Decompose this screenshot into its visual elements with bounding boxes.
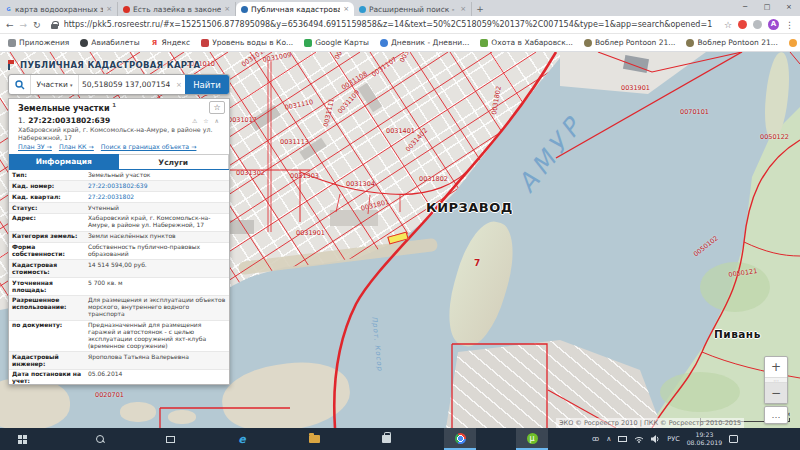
- bookmark-favicon: [8, 39, 16, 47]
- bookmark-label: Google Карты: [315, 38, 369, 47]
- info-label: Кадастровая стоимость:: [9, 260, 85, 278]
- info-label: Кадастровый инженер:: [9, 352, 85, 370]
- action-center-icon[interactable]: [729, 435, 738, 443]
- tab-services[interactable]: Услуги: [119, 154, 230, 169]
- clear-search-icon[interactable]: ×: [173, 75, 185, 94]
- store-button[interactable]: [370, 428, 402, 450]
- extension-icon-gray[interactable]: [753, 20, 762, 29]
- favorites-button[interactable]: ☆: [209, 101, 225, 114]
- display-icon[interactable]: [618, 436, 627, 442]
- browser-tab[interactable]: G карта водоохранных зон хабар ×: [0, 2, 118, 16]
- parcel-links: План ЗУ →План КК →Поиск в границах объек…: [18, 143, 221, 150]
- info-value: Для размещения и эксплуатации объектов м…: [85, 295, 229, 320]
- tab-favicon: [359, 6, 366, 13]
- parcel-number[interactable]: 27:22:0031802:639: [28, 116, 110, 125]
- bookmark-item[interactable]: Дневник - Дневни...: [380, 38, 469, 47]
- tab-favicon: G: [5, 6, 12, 13]
- browser-tab-strip: G карта водоохранных зон хабар × Есть ла…: [0, 0, 800, 16]
- start-button[interactable]: [6, 428, 38, 450]
- item-index: 1.: [18, 116, 25, 125]
- tab-title: Расширенный поиск - «Вода Рос: [369, 5, 457, 14]
- wifi-icon[interactable]: [634, 435, 644, 443]
- bookmark-favicon: [380, 39, 388, 47]
- people-icon[interactable]: ꝏ: [592, 435, 599, 443]
- tab-close-icon[interactable]: ×: [343, 5, 349, 13]
- info-row: Кад. номер: 27:22:0031802:639: [9, 181, 229, 192]
- chrome-button[interactable]: [444, 428, 476, 450]
- window-controls: ─ □ ×: [734, 0, 800, 14]
- new-tab-button[interactable]: +: [472, 2, 488, 16]
- bookmark-item[interactable]: Приложения: [8, 38, 69, 47]
- browser-tab[interactable]: Есть лазейка в законе о рыбал ×: [118, 2, 236, 16]
- window-maximize-button[interactable]: □: [756, 0, 778, 14]
- tray-chevron-icon[interactable]: ∧: [606, 435, 611, 443]
- https-lock-icon: [51, 21, 58, 29]
- item-action-icons[interactable]: ⚠ ☆ ∧: [192, 117, 221, 124]
- tab-information[interactable]: Информация: [9, 154, 119, 169]
- info-value: 27:22:0031802: [85, 192, 229, 203]
- bookmark-item[interactable]: Авиабилеты: [80, 38, 139, 47]
- system-tray: ꝏ ∧ РУС 19:23 08.06.2019: [592, 428, 738, 450]
- zoom-out-button[interactable]: −: [765, 383, 787, 403]
- edge-button[interactable]: e: [226, 428, 258, 450]
- address-bar: ← → ↻ https://pkk5.rosreestr.ru/#x=15251…: [0, 16, 800, 34]
- bookmark-item[interactable]: Воблер Pontoon 21...: [584, 38, 675, 47]
- profile-avatar[interactable]: A: [768, 19, 779, 30]
- taskbar-search-button[interactable]: [84, 428, 116, 450]
- task-view-button[interactable]: [154, 428, 186, 450]
- zoom-in-button[interactable]: +: [765, 357, 787, 377]
- search-icon[interactable]: [9, 75, 31, 94]
- bookmark-item[interactable]: Google Карты: [304, 38, 369, 47]
- bookmark-item[interactable]: Я Яндекс: [151, 38, 191, 47]
- bookmark-label: Воблер Pontoon 21...: [697, 38, 777, 47]
- browser-tab[interactable]: Публичная кадастровая карта ×: [236, 2, 354, 16]
- parcel-link[interactable]: План ЗУ →: [18, 143, 52, 150]
- volume-icon[interactable]: [651, 435, 660, 443]
- bookmarks-bar: Приложения Авиабилеты Я Яндекс Уровень в…: [0, 34, 800, 52]
- search-submit-button[interactable]: Найти: [185, 75, 229, 94]
- pkk-panel: ПУБЛИЧНАЯ КАДАСТРОВАЯ КАРТА Участки ▾ × …: [8, 58, 230, 385]
- window-minimize-button[interactable]: ─: [734, 0, 756, 14]
- map-more-button[interactable]: …: [764, 406, 788, 424]
- info-value: 27:22:0031802:639: [85, 181, 229, 192]
- info-row: Разрешенное использование: Для размещени…: [9, 295, 229, 320]
- bookmark-item[interactable]: Воблер Pontoon 21...: [686, 38, 777, 47]
- search-input[interactable]: [79, 75, 173, 94]
- map-label: 0031017: [228, 116, 257, 124]
- extension-icon-red[interactable]: [738, 20, 747, 29]
- parcel-link[interactable]: Поиск в границах объекта →: [101, 143, 197, 150]
- bookmark-star-icon[interactable]: ☆: [724, 20, 732, 30]
- bookmark-favicon: [201, 39, 209, 47]
- file-explorer-button[interactable]: [298, 428, 330, 450]
- back-icon[interactable]: ←: [6, 20, 14, 30]
- tab-close-icon[interactable]: ×: [460, 5, 466, 13]
- bookmark-item[interactable]: Уровень воды в Ко...: [201, 38, 293, 47]
- tab-close-icon[interactable]: ×: [106, 5, 112, 13]
- info-row: Тип: Земельный участок: [9, 170, 229, 180]
- pkk-title: ПУБЛИЧНАЯ КАДАСТРОВАЯ КАРТА: [20, 60, 200, 70]
- parcel-link[interactable]: План КК →: [59, 143, 94, 150]
- search-category-dropdown[interactable]: Участки ▾: [31, 75, 79, 94]
- map-label: Пивань: [714, 328, 761, 340]
- browser-menu-icon[interactable]: ⋮: [785, 20, 794, 30]
- info-row: Статус: Учтенный: [9, 203, 229, 214]
- tab-close-icon[interactable]: ×: [224, 5, 230, 13]
- forward-icon[interactable]: →: [20, 20, 28, 30]
- folder-icon: [309, 435, 320, 443]
- bookmark-label: Яндекс: [162, 38, 191, 47]
- bookmark-item[interactable]: Хабаровск погода...: [789, 38, 800, 47]
- info-row: по документу: Предназначенный для размещ…: [9, 320, 229, 352]
- url-text[interactable]: https://pkk5.rosreestr.ru/#x=15251506.87…: [64, 20, 718, 29]
- bookmark-favicon: [480, 39, 488, 47]
- bookmark-favicon: [584, 39, 592, 47]
- taskbar-clock[interactable]: 19:23 08.06.2019: [687, 431, 722, 447]
- window-close-button[interactable]: ×: [778, 0, 800, 14]
- browser-tab[interactable]: Расширенный поиск - «Вода Рос ×: [354, 2, 472, 16]
- map-label: 0031304: [346, 180, 375, 188]
- info-row: Кадастровая стоимость: 14 514 594,00 руб…: [9, 260, 229, 278]
- keyboard-language[interactable]: РУС: [667, 435, 679, 443]
- bookmark-item[interactable]: Охота в Хабаровск...: [480, 38, 573, 47]
- utorrent-button[interactable]: µ: [516, 428, 548, 450]
- info-label: Статус:: [9, 203, 85, 214]
- reload-icon[interactable]: ↻: [33, 20, 41, 30]
